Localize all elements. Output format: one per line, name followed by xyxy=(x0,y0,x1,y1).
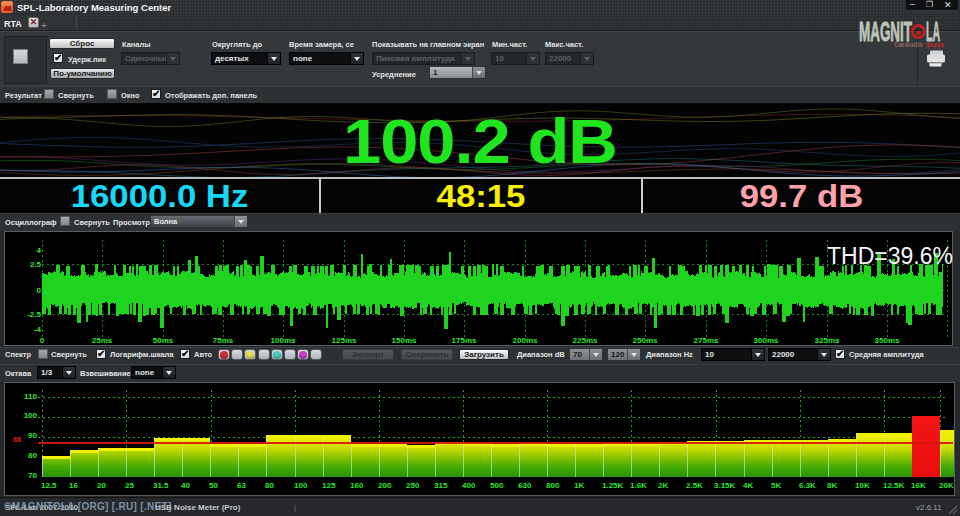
svg-text:форум: форум xyxy=(926,41,944,49)
svg-text:CarAudio: CarAudio xyxy=(894,41,923,48)
